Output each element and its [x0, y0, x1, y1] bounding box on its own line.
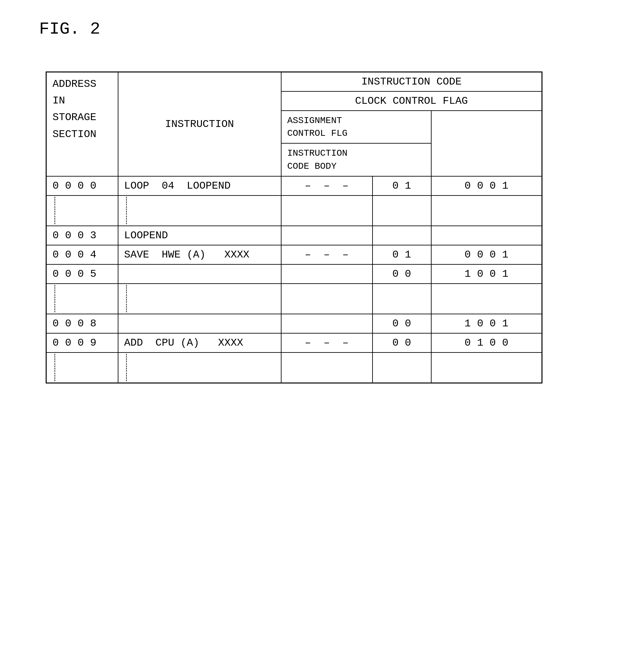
assign-cell: 0 1: [373, 176, 431, 195]
assign-cell: 0 1: [373, 245, 431, 264]
table-row: 0 0 0 9 ADD CPU (A) XXXX – – – 0 0 0 1 0…: [46, 333, 542, 353]
codebody-header: [431, 111, 542, 176]
instr-dashes: ┊┊┊: [118, 284, 281, 314]
addr-dashes: ┊┊┊: [46, 195, 118, 226]
address-cell: 0 0 0 5: [46, 264, 118, 284]
instruction-cell: [118, 314, 281, 333]
assign-cell: 0 0: [373, 264, 431, 284]
instruction-codebody-header: INSTRUCTION CODE BODY: [281, 143, 431, 176]
main-table-container: ADDRESS IN STORAGE SECTION INSTRUCTION I…: [46, 71, 543, 383]
dashes-row: ┊┊┊ ┊┊┊: [46, 353, 542, 383]
instruction-cell: [118, 264, 281, 284]
table-row: 0 0 0 8 0 0 1 0 0 1: [46, 314, 542, 333]
instruction-cell: SAVE HWE (A) XXXX: [118, 245, 281, 264]
instruction-cell: LOOPEND: [118, 226, 281, 245]
table-row: 0 0 0 5 0 0 1 0 0 1: [46, 264, 542, 284]
table-row: 0 0 0 0 LOOP 04 LOOPEND – – – 0 1 0 0 0 …: [46, 176, 542, 195]
clock-cell: [281, 314, 373, 333]
clock-cell: – – –: [281, 176, 373, 195]
codebody-cell: 1 0 0 1: [431, 264, 542, 284]
dashes-row: ┊┊┊ ┊┊┊: [46, 195, 542, 226]
instr-dashes: ┊┊┊: [118, 353, 281, 383]
codebody-cell: 1 0 0 1: [431, 314, 542, 333]
address-cell: 0 0 0 3: [46, 226, 118, 245]
assign-cell: 0 0: [373, 314, 431, 333]
addr-dashes: ┊┊┊: [46, 284, 118, 314]
clock-cell: – – –: [281, 333, 373, 353]
instruction-cell: ADD CPU (A) XXXX: [118, 333, 281, 353]
clock-cell: – – –: [281, 245, 373, 264]
address-cell: 0 0 0 9: [46, 333, 118, 353]
address-header: ADDRESS IN STORAGE SECTION: [46, 72, 118, 176]
instruction-code-header: INSTRUCTION CODE: [281, 72, 542, 92]
instruction-cell: LOOP 04 LOOPEND: [118, 176, 281, 195]
table-row: 0 0 0 3 LOOPEND: [46, 226, 542, 245]
address-cell: 0 0 0 4: [46, 245, 118, 264]
assign-cell: 0 0: [373, 333, 431, 353]
clock-control-header: CLOCK CONTROL FLAG: [281, 91, 542, 111]
assign-cell: [373, 226, 431, 245]
addr-dashes: ┊┊┊: [46, 353, 118, 383]
codebody-cell: 0 0 0 1: [431, 176, 542, 195]
address-cell: 0 0 0 8: [46, 314, 118, 333]
clock-cell: [281, 264, 373, 284]
table-row: 0 0 0 4 SAVE HWE (A) XXXX – – – 0 1 0 0 …: [46, 245, 542, 264]
codebody-cell: 0 1 0 0: [431, 333, 542, 353]
figure-title: FIG. 2: [39, 20, 100, 39]
clock-cell: [281, 226, 373, 245]
address-cell: 0 0 0 0: [46, 176, 118, 195]
codebody-cell: [431, 226, 542, 245]
header-row-1: ADDRESS IN STORAGE SECTION INSTRUCTION I…: [46, 72, 542, 92]
dashes-row: ┊┊┊ ┊┊┊: [46, 284, 542, 314]
instr-dashes: ┊┊┊: [118, 195, 281, 226]
assignment-control-header: ASSIGNMENT CONTROL FLG: [281, 111, 431, 143]
codebody-cell: 0 0 0 1: [431, 245, 542, 264]
instruction-table: ADDRESS IN STORAGE SECTION INSTRUCTION I…: [46, 71, 543, 383]
instruction-header: INSTRUCTION: [118, 72, 281, 176]
